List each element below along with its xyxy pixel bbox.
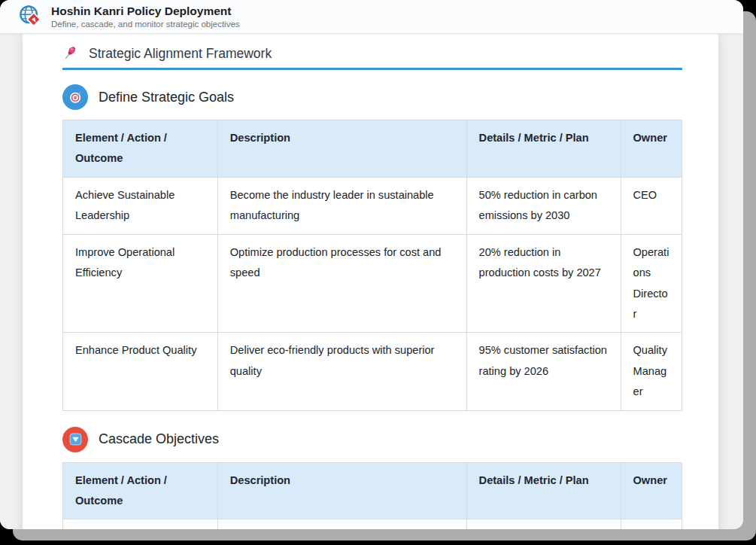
column-header: Owner <box>621 462 682 519</box>
table-header-row: Element / Action / OutcomeDescriptionDet… <box>63 120 682 178</box>
column-header: Owner <box>621 120 682 178</box>
table-row: Enhance Product QualityDeliver eco-frien… <box>63 333 682 410</box>
table-cell: Operations Director <box>621 234 682 333</box>
section-heading-cascade-objectives: Cascade Objectives <box>62 427 682 452</box>
page-title: Strategic Alignment Framework <box>89 46 272 62</box>
app-subtitle: Define, cascade, and monitor strategic o… <box>51 19 240 29</box>
table-cell: CEO <box>621 177 682 234</box>
page-background: Strategic Alignment Framework Define Str… <box>0 34 743 529</box>
column-header: Description <box>217 120 466 178</box>
table-row: Achieve Sustainable LeadershipBecome the… <box>63 177 682 234</box>
strategic-goals-table: Element / Action / OutcomeDescriptionDet… <box>62 120 682 411</box>
section-heading-define-goals: Define Strategic Goals <box>62 84 682 110</box>
column-header: Element / Action / Outcome <box>63 462 218 519</box>
table-cell: Become the industry leader in sustainabl… <box>217 177 466 234</box>
column-header: Details / Metric / Plan <box>466 462 621 519</box>
table-cell: Enhance Product Quality <box>63 333 218 410</box>
table-cell: Reduce Energy Consumption <box>63 519 218 529</box>
table-cell: 50% reduction in carbon emissions by 203… <box>466 177 621 234</box>
app-header: Hoshin Kanri Policy Deployment Define, c… <box>0 0 743 34</box>
table-cell: Plant Manager <box>621 519 682 529</box>
table-cell: Implement energy-efficient machinery in … <box>217 519 466 529</box>
pushpin-icon <box>62 45 79 62</box>
table-cell: 95% customer satisfaction rating by 2026 <box>466 333 621 410</box>
cascade-objectives-table: Element / Action / OutcomeDescriptionDet… <box>62 462 682 529</box>
table-cell: Deliver eco-friendly products with super… <box>217 333 466 410</box>
table-cell: Improve Operational Efficiency <box>63 234 218 333</box>
main-card: Strategic Alignment Framework Define Str… <box>23 34 718 529</box>
column-header: Description <box>217 462 466 519</box>
section-heading-label: Cascade Objectives <box>99 431 219 447</box>
title-block: Hoshin Kanri Policy Deployment Define, c… <box>51 4 240 29</box>
table-row: Improve Operational EfficiencyOptimize p… <box>63 234 682 333</box>
app-title: Hoshin Kanri Policy Deployment <box>51 4 240 18</box>
column-header: Details / Metric / Plan <box>466 120 621 178</box>
section-heading-label: Define Strategic Goals <box>99 90 234 105</box>
table-cell: Quality Manager <box>621 333 682 410</box>
table-cell: 20% reduction in production costs by 202… <box>466 234 621 333</box>
table-cell: Achieve Sustainable Leadership <box>63 177 218 234</box>
framework-title-row: Strategic Alignment Framework <box>62 34 682 70</box>
down-button-icon <box>62 427 88 452</box>
target-icon <box>62 84 88 110</box>
table-cell: Optimize production processes for cost a… <box>217 234 466 333</box>
table-header-row: Element / Action / OutcomeDescriptionDet… <box>63 462 682 519</box>
app-logo-globe-icon <box>18 4 44 29</box>
app-window: Hoshin Kanri Policy Deployment Define, c… <box>0 0 743 529</box>
table-row: Reduce Energy ConsumptionImplement energ… <box>63 519 682 529</box>
column-header: Element / Action / Outcome <box>63 120 218 178</box>
table-cell: 30% reduction in energy use by 2026 <box>466 519 621 529</box>
